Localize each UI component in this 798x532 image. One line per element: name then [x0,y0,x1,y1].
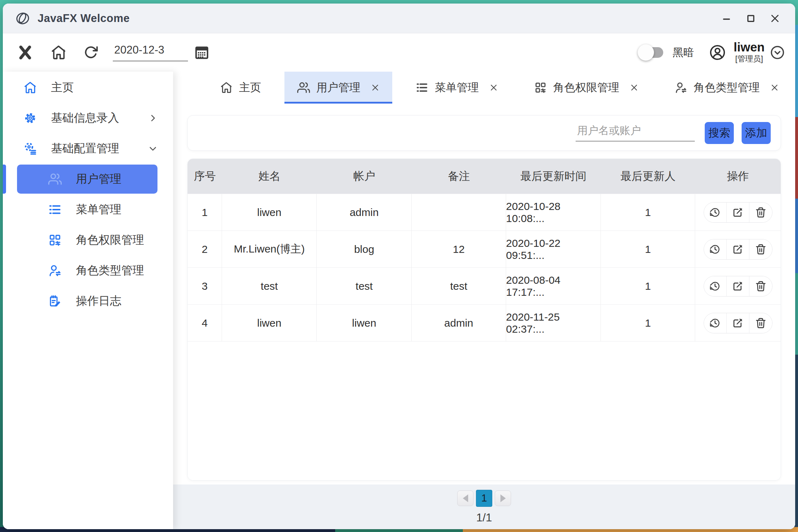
search-button[interactable]: 搜索 [705,122,734,144]
table-row[interactable]: 1 liwen admin 2020-10-28 10:08:... 1 [188,194,781,231]
cell-no: 2 [188,231,222,267]
calendar-icon[interactable] [194,44,210,61]
chevron-right-icon [148,113,157,123]
user-info: liwen [管理员] [733,41,765,65]
table-row[interactable]: 3 test test test 2020-08-04 17:17:... 1 [188,267,781,304]
next-arrow-icon [500,494,506,502]
home-icon [23,81,37,94]
list-icon [416,81,428,94]
column-header: 最后更新人 [601,159,695,194]
column-header: 序号 [188,159,222,194]
close-all-tabs-icon[interactable] [17,44,33,61]
close-tab-icon[interactable] [371,83,379,92]
table-row[interactable]: 2 Mr.Liwen(博主) blog 12 2020-10-22 09:51:… [188,231,781,267]
window-title: JavaFX Welcome [38,12,130,25]
cell-no: 4 [188,305,222,341]
edit-button[interactable] [727,203,749,222]
cell-no: 1 [188,194,222,231]
sidebar-item-user-management[interactable]: 用户管理 [3,164,173,194]
minimize-button[interactable] [719,10,735,27]
cell-updated: 2020-10-22 09:51:... [506,231,601,267]
edit-button[interactable] [727,313,749,333]
tab-role-type[interactable]: 角色类型管理 [662,72,792,104]
action-group [704,239,772,260]
prev-page-button[interactable] [457,491,473,506]
sidebar-item-label: 主页 [51,80,74,95]
refresh-icon[interactable] [84,45,99,60]
delete-button[interactable] [749,203,772,222]
tab-label: 用户管理 [316,80,360,95]
tab-user-management[interactable]: 用户管理 [284,72,392,104]
page-summary: 1/1 [476,511,492,524]
delete-button[interactable] [749,276,772,296]
sidebar-item-label: 基础配置管理 [51,141,119,156]
tab-role-permission[interactable]: 角色权限管理 [521,72,651,104]
cell-note: test [412,268,506,304]
user-role: [管理员] [735,54,763,64]
user-menu-chevron-icon[interactable] [770,45,785,60]
cell-note [412,194,506,231]
action-group [704,313,772,333]
users-icon [48,172,62,186]
sidebar-item-role-permission[interactable]: 角色权限管理 [3,225,173,255]
sidebar-item-basic-info-entry[interactable]: 基础信息录入 [3,103,173,133]
cell-name: liwen [222,194,317,231]
cell-name: liwen [222,305,317,341]
note-pen-icon [48,294,62,308]
sidebar-item-role-type[interactable]: 角色类型管理 [3,255,173,286]
home-icon[interactable] [50,44,67,61]
table-row[interactable]: 4 liwen liwen admin 2020-11-25 02:37:...… [188,304,781,341]
history-button[interactable] [704,239,727,259]
trash-icon [755,207,766,218]
history-button[interactable] [704,276,727,296]
tab-menu-management[interactable]: 菜单管理 [403,72,511,104]
close-tab-icon[interactable] [770,83,779,92]
history-button[interactable] [704,313,727,333]
edit-button[interactable] [727,239,749,259]
column-header: 备注 [412,159,506,194]
action-group [704,202,772,223]
close-tab-icon[interactable] [489,83,498,92]
date-input[interactable] [113,44,188,61]
sidebar-item-menu-management[interactable]: 菜单管理 [3,194,173,225]
edit-button[interactable] [727,276,749,296]
sidebar-item-label: 基础信息录入 [51,110,119,126]
table-empty-area [188,341,781,481]
sidebar-item-home[interactable]: 主页 [3,72,173,103]
cell-updater: 1 [601,194,695,231]
trash-icon [755,317,766,329]
gear-icon [23,111,37,125]
sidebar-item-label: 角色权限管理 [76,232,144,248]
edit-icon [732,244,743,255]
user-avatar-icon[interactable] [709,44,726,61]
cell-note: 12 [412,231,506,267]
tab-home[interactable]: 主页 [207,72,274,104]
current-page-button[interactable]: 1 [476,490,492,507]
grid-permission-icon [534,81,547,94]
next-page-button[interactable] [495,491,511,506]
sidebar-item-basic-config[interactable]: 基础配置管理 [3,133,173,164]
cell-name: test [222,268,317,304]
add-button[interactable]: 添加 [742,122,771,144]
cell-account: admin [317,194,412,231]
dark-mode-toggle[interactable] [641,47,663,58]
maximize-button[interactable] [743,10,759,27]
search-panel: 搜索 添加 [187,115,781,151]
users-icon [297,81,310,94]
cell-updated: 2020-11-25 02:37:... [506,305,601,341]
delete-button[interactable] [749,239,772,259]
search-input[interactable] [576,124,695,142]
cell-actions [695,305,781,341]
tab-label: 主页 [239,80,261,95]
close-button[interactable] [767,10,783,27]
app-logo-icon [15,11,31,26]
app-window: JavaFX Welcome 黑暗 liwen [管理员] [3,4,795,529]
history-button[interactable] [704,203,727,222]
history-icon [709,244,721,255]
sidebar-item-operation-log[interactable]: 操作日志 [3,286,173,316]
sidebar-item-label: 用户管理 [76,171,121,187]
delete-button[interactable] [749,313,772,333]
tab-label: 角色权限管理 [553,80,619,95]
close-tab-icon[interactable] [630,83,638,92]
cell-actions [695,268,781,304]
